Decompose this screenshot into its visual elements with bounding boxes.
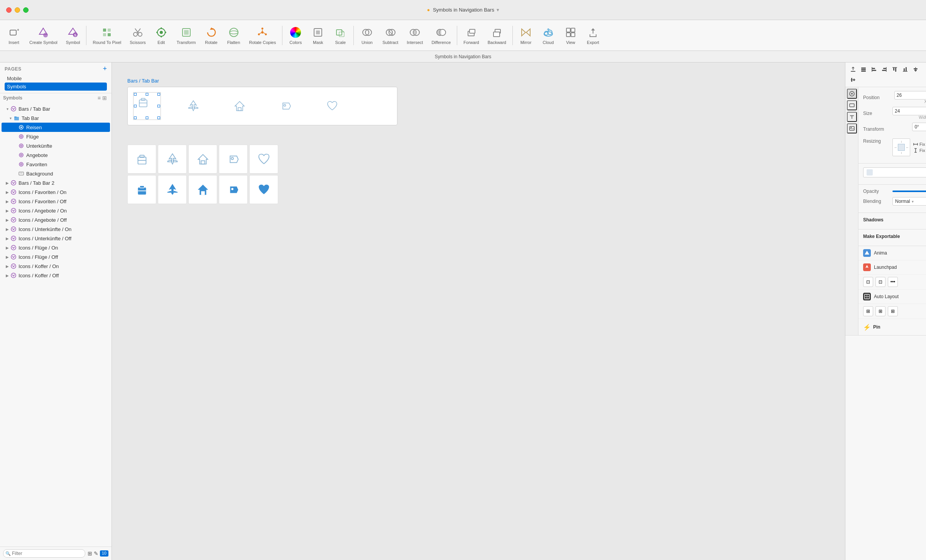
filter-input[interactable] [3,549,85,558]
list-view-button[interactable]: ≡ [98,95,101,101]
tree-item-reisen[interactable]: Reisen [2,123,110,132]
align-panel-upload[interactable] [848,65,858,74]
toolbar-mask[interactable]: Mask [307,24,329,47]
page-item-symbols[interactable]: Symbols [5,83,107,91]
tree-item-icons-koffer-on[interactable]: ▶ Icons / Koffer / On [2,261,110,271]
tree-item-icons-angebote-on[interactable]: ▶ Icons / Angebote / On [2,206,110,215]
page-item-mobile[interactable]: Mobile [5,74,107,83]
launchpad-sub-btn-2[interactable]: ⊡ [875,277,885,287]
tree-item-unterkunfte[interactable]: Unterkünfte [2,141,110,150]
width-input[interactable] [892,107,926,115]
x-label: X [924,100,926,104]
canvas-area[interactable]: Bars / Tab Bar [112,62,845,560]
panel-mode-image[interactable] [847,123,857,133]
align-horizontal-center[interactable] [911,65,920,74]
handle-tr[interactable] [157,93,160,96]
tree-item-icons-favoriten-off[interactable]: ▶ Icons / Favoriten / Off [2,197,110,206]
panel-mode-position[interactable] [847,89,857,99]
align-top-edges[interactable] [890,65,899,74]
toolbar-scissors[interactable]: Scissors [126,24,150,47]
toolbar-scale[interactable]: Scale [330,24,351,47]
align-panel-layers[interactable] [859,65,868,74]
tree-item-icons-fluge-off[interactable]: ▶ Icons / Flüge / Off [2,252,110,261]
launchpad-sub-btn-3[interactable]: ••• [888,277,898,287]
opacity-slider[interactable] [892,191,926,192]
tree-item-bars-tab-bar-2[interactable]: ▶ Bars / Tab Bar 2 [2,178,110,187]
tree-item-fluge[interactable]: Flüge [2,132,110,141]
tree-item-icons-fluge-on[interactable]: ▶ Icons / Flüge / On [2,243,110,252]
toolbar-transform[interactable]: Transform [173,24,200,47]
icon-cell-tag-filled[interactable] [219,175,248,204]
tree-item-bars-tab-bar[interactable]: ▾ Bars / Tab Bar [2,104,110,113]
toolbar-colors[interactable]: Colors [285,24,306,47]
icon-row-outline [127,145,830,174]
toolbar-insert[interactable]: + Insert [3,24,25,47]
icon-cell-koffer-outline[interactable] [127,145,156,174]
toolbar-symbol[interactable]: S Symbol [62,24,84,47]
panel-mode-size[interactable] [847,100,857,110]
align-bottom-edges[interactable] [901,65,910,74]
symbol-path-dropdown[interactable]: Icons / Koffer / Off ▾ [863,167,926,177]
auto-layout-btn-2[interactable]: ⊞ [875,306,885,316]
blending-dropdown[interactable]: Normal ▾ [892,197,926,206]
icon-cell-koffer-filled[interactable] [127,175,156,204]
icon-cell-airplane-filled[interactable] [158,175,187,204]
handle-tc[interactable] [146,93,149,96]
panel-mode-text[interactable] [847,112,857,122]
grid-view-button[interactable]: ⊞ [102,95,107,101]
handle-ml[interactable] [134,105,137,108]
minimize-button[interactable] [15,7,20,13]
toolbar-rotate[interactable]: Rotate [201,24,222,47]
icon-cell-house-outline[interactable] [188,145,217,174]
toolbar-flatten[interactable]: Flatten [223,24,245,47]
tree-item-icons-favoriten-on[interactable]: ▶ Icons / Favoriten / On [2,187,110,197]
selected-symbol[interactable] [135,94,159,118]
align-vertical-center[interactable] [848,75,858,84]
toolbar-create-symbol[interactable]: Create Symbol [25,24,61,47]
handle-bc[interactable] [146,116,149,119]
tree-item-icons-unterkunfte-on[interactable]: ▶ Icons / Unterkünfte / On [2,224,110,234]
maximize-button[interactable] [23,7,29,13]
tree-item-angebote[interactable]: Angebote [2,150,110,160]
handle-tl[interactable] [134,93,137,96]
handle-br[interactable] [157,116,160,119]
toolbar-backward[interactable]: Backward [484,24,510,47]
toolbar-union[interactable]: Union [356,24,378,47]
tree-item-icons-koffer-off[interactable]: ▶ Icons / Koffer / Off [2,271,110,280]
tree-item-icons-angebote-off[interactable]: ▶ Icons / Angebote / Off [2,215,110,224]
handle-mr[interactable] [157,105,160,108]
toolbar-export[interactable]: Export [582,24,604,47]
toolbar-round-to-pixel[interactable]: Round To Pixel [89,24,125,47]
icon-cell-heart-filled[interactable] [249,175,278,204]
launchpad-sub-btn-1[interactable]: ⊡ [863,277,873,287]
auto-layout-btn-3[interactable]: ⊞ [888,306,898,316]
icon-cell-heart-outline[interactable] [249,145,278,174]
align-right-edges[interactable] [880,65,889,74]
auto-layout-btn-1[interactable]: ⊞ [863,306,873,316]
tree-item-background[interactable]: Background [2,169,110,178]
tree-item-tab-bar[interactable]: ▾ Tab Bar [2,113,110,123]
align-left-edges[interactable] [869,65,879,74]
tree-item-favoriten[interactable]: Favoriten [2,160,110,169]
handle-bl[interactable] [134,116,137,119]
rotate-input[interactable] [912,123,926,131]
toolbar-subtract[interactable]: Subtract [379,24,402,47]
close-button[interactable] [6,7,12,13]
add-page-button[interactable]: + [103,65,107,73]
toolbar-mirror[interactable]: Mirror [515,24,537,47]
tree-item-icons-unterkunfte-off[interactable]: ▶ Icons / Unterkünfte / Off [2,234,110,243]
icon-cell-house-filled[interactable] [188,175,217,204]
icon-cell-tag-outline[interactable] [219,145,248,174]
toolbar-cloud[interactable]: Cloud [537,24,559,47]
filter-icon-btn[interactable]: ⊞ [88,550,92,557]
toolbar-intersect[interactable]: Intersect [403,24,427,47]
toolbar-difference[interactable]: Difference [428,24,455,47]
icon-cell-airplane-outline[interactable] [158,145,187,174]
toolbar-rotate-copies[interactable]: Rotate Copies [245,24,280,47]
toolbar-edit[interactable]: Edit [150,24,172,47]
toolbar-view[interactable]: View [560,24,581,47]
toolbar-forward[interactable]: Forward [460,24,483,47]
pages-section: Pages + Mobile Symbols [0,62,112,93]
edit-icon-btn[interactable]: ✎ [94,550,98,557]
x-input[interactable] [894,91,926,100]
